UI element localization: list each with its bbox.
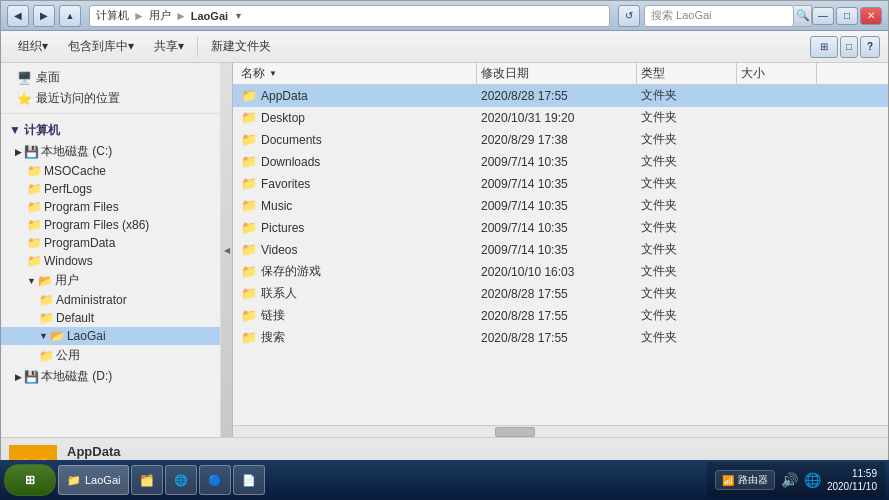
taskbar-app-4[interactable]: 📄 — [233, 465, 265, 495]
sidebar-item-desktop[interactable]: 🖥️ 桌面 — [1, 67, 220, 88]
table-row[interactable]: 📁 Documents 2020/8/29 17:38 文件夹 — [233, 129, 888, 151]
breadcrumb-item: 用户 — [149, 8, 171, 23]
sidebar-default[interactable]: 📁 Default — [1, 309, 220, 327]
sidebar-administrator[interactable]: 📁 Administrator — [1, 291, 220, 309]
view-details-button[interactable]: ⊞ — [810, 36, 838, 58]
up-button[interactable]: ▲ — [59, 5, 81, 27]
file-name-cell: 📁 Pictures — [237, 220, 477, 235]
sidebar-perflogs[interactable]: 📁 PerfLogs — [1, 180, 220, 198]
window-controls: — □ ✕ — [812, 7, 882, 25]
table-row[interactable]: 📁 联系人 2020/8/28 17:55 文件夹 — [233, 283, 888, 305]
refresh-button[interactable]: ↺ — [618, 5, 640, 27]
file-type-cell: 文件夹 — [637, 241, 737, 258]
maximize-button[interactable]: □ — [836, 7, 858, 25]
file-name-cell: 📁 保存的游戏 — [237, 263, 477, 280]
file-date-cell: 2009/7/14 10:35 — [477, 243, 637, 257]
start-button[interactable]: ⊞ — [4, 464, 56, 496]
programdata-label: ProgramData — [44, 236, 115, 250]
search-input[interactable]: 搜索 LaoGai — [644, 5, 794, 27]
table-row[interactable]: 📁 Desktop 2020/10/31 19:20 文件夹 — [233, 107, 888, 129]
horizontal-scrollbar[interactable] — [233, 425, 888, 437]
perflogs-label: PerfLogs — [44, 182, 92, 196]
file-name: 搜索 — [261, 329, 285, 346]
sidebar-item-recent[interactable]: ⭐ 最近访问的位置 — [1, 88, 220, 109]
folder-icon: 📁 — [39, 349, 54, 363]
sidebar-drive-c[interactable]: ▶ 💾 本地磁盘 (C:) — [1, 141, 220, 162]
program-files-x86-label: Program Files (x86) — [44, 218, 149, 232]
file-name: 联系人 — [261, 285, 297, 302]
title-bar-left: ◀ ▶ ▲ 计算机 ► 用户 ► LaoGai ▼ ↺ 搜索 LaoGai 🔍 — [7, 5, 812, 27]
file-type-cell: 文件夹 — [637, 285, 737, 302]
windows-label: Windows — [44, 254, 93, 268]
table-row[interactable]: 📁 Downloads 2009/7/14 10:35 文件夹 — [233, 151, 888, 173]
app-icon-4: 📄 — [242, 474, 256, 487]
share-button[interactable]: 共享▾ — [145, 35, 193, 59]
breadcrumb[interactable]: 计算机 ► 用户 ► LaoGai ▼ — [89, 5, 610, 27]
sidebar-program-files[interactable]: 📁 Program Files — [1, 198, 220, 216]
organize-button[interactable]: 组织▾ — [9, 35, 57, 59]
forward-button[interactable]: ▶ — [33, 5, 55, 27]
table-row[interactable]: 📁 Pictures 2009/7/14 10:35 文件夹 — [233, 217, 888, 239]
file-name: Desktop — [261, 111, 305, 125]
file-name: AppData — [261, 89, 308, 103]
back-button[interactable]: ◀ — [7, 5, 29, 27]
taskbar-app-2[interactable]: 🌐 — [165, 465, 197, 495]
network-status-icon[interactable]: 🌐 — [804, 472, 821, 488]
column-date-header[interactable]: 修改日期 — [477, 63, 637, 84]
minimize-button[interactable]: — — [812, 7, 834, 25]
add-to-library-label: 包含到库中▾ — [68, 38, 134, 55]
recent-icon: ⭐ — [17, 92, 32, 106]
sidebar-toggle[interactable]: ◀ — [221, 63, 233, 437]
table-row[interactable]: 📁 链接 2020/8/28 17:55 文件夹 — [233, 305, 888, 327]
administrator-label: Administrator — [56, 293, 127, 307]
sidebar-public[interactable]: 📁 公用 — [1, 345, 220, 366]
file-name: Documents — [261, 133, 322, 147]
taskbar: ⊞ 📁 LaoGai 🗂️ 🌐 🔵 📄 📶 路由器 🔊 🌐 11:59 2020… — [0, 460, 889, 500]
sidebar-laogai[interactable]: ▼ 📂 LaoGai — [1, 327, 220, 345]
drive-c-label: 本地磁盘 (C:) — [41, 143, 112, 160]
system-tray: 📶 路由器 🔊 🌐 11:59 2020/11/10 — [707, 462, 885, 498]
sidebar-windows[interactable]: 📁 Windows — [1, 252, 220, 270]
scrollbar-thumb[interactable] — [495, 427, 535, 437]
sidebar-programdata[interactable]: 📁 ProgramData — [1, 234, 220, 252]
taskbar-explorer-item[interactable]: 📁 LaoGai — [58, 465, 129, 495]
sidebar-program-files-x86[interactable]: 📁 Program Files (x86) — [1, 216, 220, 234]
file-type-cell: 文件夹 — [637, 197, 737, 214]
file-date-cell: 2020/8/29 17:38 — [477, 133, 637, 147]
table-row[interactable]: 📁 AppData 2020/8/28 17:55 文件夹 — [233, 85, 888, 107]
search-container: 搜索 LaoGai 🔍 — [644, 5, 812, 27]
column-size-header[interactable]: 大小 — [737, 63, 817, 84]
table-row[interactable]: 📁 Favorites 2009/7/14 10:35 文件夹 — [233, 173, 888, 195]
taskbar-app-1[interactable]: 🗂️ — [131, 465, 163, 495]
sidebar-drive-d[interactable]: ▶ 💾 本地磁盘 (D:) — [1, 366, 220, 387]
table-row[interactable]: 📁 Videos 2009/7/14 10:35 文件夹 — [233, 239, 888, 261]
sidebar-users[interactable]: ▼ 📂 用户 — [1, 270, 220, 291]
users-label: 用户 — [55, 272, 79, 289]
close-button[interactable]: ✕ — [860, 7, 882, 25]
search-placeholder-text: 搜索 LaoGai — [651, 8, 712, 23]
new-folder-button[interactable]: 新建文件夹 — [202, 35, 280, 59]
default-label: Default — [56, 311, 94, 325]
search-button[interactable]: 🔍 — [794, 5, 812, 27]
table-row[interactable]: 📁 Music 2009/7/14 10:35 文件夹 — [233, 195, 888, 217]
toolbar-separator — [197, 37, 198, 57]
share-label: 共享▾ — [154, 38, 184, 55]
taskbar-app-3[interactable]: 🔵 — [199, 465, 231, 495]
column-name-header[interactable]: 名称 ▼ — [237, 63, 477, 84]
add-to-library-button[interactable]: 包含到库中▾ — [59, 35, 143, 59]
network-tray-widget[interactable]: 📶 路由器 — [715, 470, 775, 490]
drive-d-icon: 💾 — [24, 370, 39, 384]
folder-open-icon: 📂 — [38, 274, 53, 288]
table-row[interactable]: 📁 搜索 2020/8/28 17:55 文件夹 — [233, 327, 888, 349]
table-row[interactable]: 📁 保存的游戏 2020/10/10 16:03 文件夹 — [233, 261, 888, 283]
column-type-header[interactable]: 类型 — [637, 63, 737, 84]
main-window: ◀ ▶ ▲ 计算机 ► 用户 ► LaoGai ▼ ↺ 搜索 LaoGai 🔍 — [0, 0, 889, 500]
help-button[interactable]: ? — [860, 36, 880, 58]
breadcrumb-dropdown[interactable]: ▼ — [234, 11, 243, 21]
sidebar-computer-header[interactable]: ▼ 计算机 — [1, 118, 220, 141]
folder-icon: 📁 — [27, 200, 42, 214]
organize-label: 组织▾ — [18, 38, 48, 55]
sidebar-msocache[interactable]: 📁 MSOCache — [1, 162, 220, 180]
volume-icon[interactable]: 🔊 — [781, 472, 798, 488]
view-toggle-button[interactable]: □ — [840, 36, 858, 58]
